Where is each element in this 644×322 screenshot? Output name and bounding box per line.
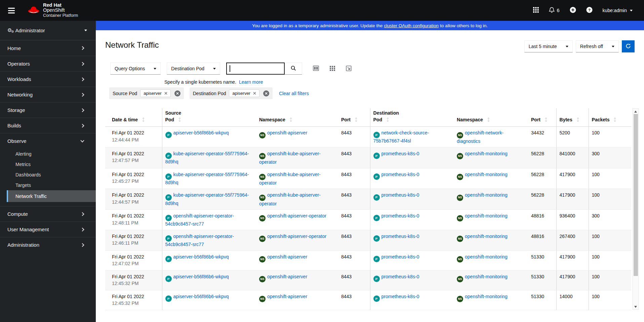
destination-pod-link[interactable]: prometheus-k8s-0	[381, 274, 419, 279]
filter-search-input[interactable]	[226, 63, 285, 75]
col-header-source-port[interactable]: Port	[338, 117, 370, 127]
source-namespace-link[interactable]: openshift-apiserver-operator	[267, 234, 326, 239]
help-button[interactable]: ?	[586, 7, 593, 14]
remove-chip-icon[interactable]	[253, 92, 256, 95]
remove-filter-group-button[interactable]	[174, 90, 180, 96]
vertical-scrollbar[interactable]	[633, 108, 639, 310]
query-options-dropdown[interactable]: Query Options	[110, 63, 161, 75]
flow-date: Fri Apr 01 2022	[112, 172, 159, 178]
export-button[interactable]	[346, 66, 352, 72]
user-menu-button[interactable]: kube:admin	[603, 8, 633, 13]
sidebar-item-metrics[interactable]: Metrics	[0, 159, 96, 169]
notifications-button[interactable]: 6	[549, 7, 560, 14]
source-pod-link[interactable]: kube-apiserver-operator-55f775964-8d9hq	[165, 151, 249, 164]
sort-icon[interactable]	[289, 117, 293, 122]
source-namespace-link[interactable]: openshift-kube-apiserver-operator	[259, 172, 321, 186]
sidebar-item-network-traffic[interactable]: Network Traffic	[7, 190, 96, 202]
source-namespace-link[interactable]: openshift-apiserver	[267, 130, 307, 135]
search-button[interactable]	[285, 63, 302, 75]
learn-more-link[interactable]: Learn more	[239, 79, 263, 85]
source-pod-link[interactable]: kube-apiserver-operator-55f775964-8d9hq	[165, 192, 249, 206]
time-range-select[interactable]: Last 5 minute	[524, 40, 573, 52]
destination-namespace-link[interactable]: openshift-monitoring	[465, 254, 508, 259]
filter-type-dropdown[interactable]: Destination Pod	[167, 63, 220, 75]
destination-namespace-link[interactable]: openshift-monitoring	[465, 213, 508, 218]
source-namespace-link[interactable]: openshift-apiserver	[267, 294, 307, 299]
sidebar-item-storage[interactable]: Storage	[0, 102, 96, 118]
sidebar-item-workloads[interactable]: Workloads	[0, 71, 96, 87]
col-header-source-pod[interactable]: Pod	[162, 117, 256, 127]
sort-icon[interactable]	[487, 117, 490, 122]
destination-namespace-link[interactable]: openshift-monitoring	[465, 192, 508, 198]
sort-icon[interactable]	[576, 117, 580, 122]
sort-icon[interactable]	[354, 117, 358, 122]
sidebar-item-operators[interactable]: Operators	[0, 56, 96, 71]
col-header-destination-namespace[interactable]: Namespace	[454, 117, 528, 127]
filter-chip-destination-pod[interactable]: apiserver	[229, 89, 259, 97]
destination-pod-link[interactable]: prometheus-k8s-0	[381, 192, 419, 198]
filter-chip-source-pod[interactable]: apiserver	[140, 89, 170, 97]
nav-toggle-button[interactable]	[6, 6, 17, 15]
scrollbar-thumb[interactable]	[634, 114, 638, 276]
sidebar-item-home[interactable]: Home	[0, 40, 96, 56]
col-header-packets[interactable]: Packets	[589, 108, 631, 127]
source-namespace-link[interactable]: openshift-kube-apiserver-operator	[259, 192, 321, 206]
app-launcher-button[interactable]	[533, 7, 539, 14]
source-pod-link[interactable]: apiserver-b56f86b6-wkpvq	[173, 130, 229, 135]
refresh-interval-select[interactable]: Refresh off	[576, 40, 619, 52]
source-namespace-link[interactable]: openshift-apiserver-operator	[267, 213, 326, 218]
sort-icon[interactable]	[178, 117, 182, 122]
refresh-button[interactable]	[622, 40, 635, 52]
sidebar-item-user-management[interactable]: User Management	[0, 222, 96, 237]
destination-pod-link[interactable]: network-check-source-75b7b67667-4f4sl	[373, 130, 429, 144]
scroll-up-arrow[interactable]	[633, 109, 638, 114]
manage-columns-button[interactable]	[313, 66, 319, 72]
destination-pod-link[interactable]: prometheus-k8s-0	[381, 294, 419, 299]
sidebar-item-networking[interactable]: Networking	[0, 87, 96, 102]
remove-filter-group-button[interactable]	[263, 90, 269, 96]
sidebar-item-compute[interactable]: Compute	[0, 206, 96, 222]
destination-pod-link[interactable]: prometheus-k8s-0	[381, 254, 419, 259]
destination-pod-link[interactable]: prometheus-k8s-0	[381, 172, 419, 177]
clear-all-filters-link[interactable]: Clear all filters	[279, 91, 309, 96]
destination-namespace-link[interactable]: openshift-network-diagnostics	[457, 130, 504, 144]
sidebar-item-targets[interactable]: Targets	[0, 180, 96, 190]
destination-pod-link[interactable]: prometheus-k8s-0	[381, 213, 419, 218]
sidebar-item-alerting[interactable]: Alerting	[0, 149, 96, 159]
source-namespace-link[interactable]: openshift-apiserver	[267, 274, 307, 279]
col-header-bytes[interactable]: Bytes	[556, 108, 589, 127]
perspective-switcher[interactable]: ⚙⚙ Administrator	[0, 21, 96, 40]
sidebar-item-builds[interactable]: Builds	[0, 118, 96, 133]
scroll-down-arrow[interactable]	[633, 304, 638, 309]
sidebar-item-dashboards[interactable]: Dashboards	[0, 169, 96, 180]
source-pod-link[interactable]: apiserver-b56f86b6-wkpvq	[173, 274, 229, 279]
col-header-date[interactable]: Date & time	[105, 108, 162, 127]
destination-namespace-link[interactable]: openshift-monitoring	[465, 234, 508, 239]
destination-namespace-link[interactable]: openshift-monitoring	[465, 274, 508, 279]
oauth-config-link[interactable]: cluster OAuth configuration	[384, 23, 439, 28]
remove-chip-icon[interactable]	[164, 92, 167, 95]
sort-icon[interactable]	[613, 117, 617, 122]
destination-namespace-link[interactable]: openshift-monitoring	[465, 172, 508, 177]
source-pod-link[interactable]: apiserver-b56f86b6-wkpvq	[173, 254, 229, 259]
col-header-source-namespace[interactable]: Namespace	[256, 117, 338, 127]
col-header-destination-port[interactable]: Port	[528, 117, 556, 127]
sort-icon[interactable]	[386, 117, 390, 122]
destination-namespace-link[interactable]: openshift-monitoring	[465, 151, 508, 156]
source-namespace-link[interactable]: openshift-apiserver	[267, 254, 307, 259]
sort-icon[interactable]	[142, 117, 145, 122]
destination-pod-link[interactable]: prometheus-k8s-0	[381, 234, 419, 239]
display-options-button[interactable]	[330, 66, 335, 72]
source-pod-link[interactable]: kube-apiserver-operator-55f775964-8d9hq	[165, 172, 249, 185]
source-pod-link[interactable]: openshift-apiserver-operator-54cb9c8457-…	[165, 213, 234, 227]
source-namespace-link[interactable]: openshift-kube-apiserver-operator	[259, 151, 321, 165]
sidebar-item-observe[interactable]: Observe	[0, 133, 96, 149]
add-button[interactable]	[570, 7, 576, 14]
source-pod-link[interactable]: openshift-apiserver-operator-54cb9c8457-…	[165, 234, 234, 247]
col-header-destination-pod[interactable]: Pod	[370, 117, 454, 127]
destination-pod-link[interactable]: prometheus-k8s-0	[381, 151, 419, 156]
sort-icon[interactable]	[544, 117, 548, 122]
sidebar-item-administration[interactable]: Administration	[0, 237, 96, 252]
destination-namespace-link[interactable]: openshift-monitoring	[465, 294, 508, 299]
source-pod-link[interactable]: apiserver-b56f86b6-wkpvq	[173, 294, 229, 299]
